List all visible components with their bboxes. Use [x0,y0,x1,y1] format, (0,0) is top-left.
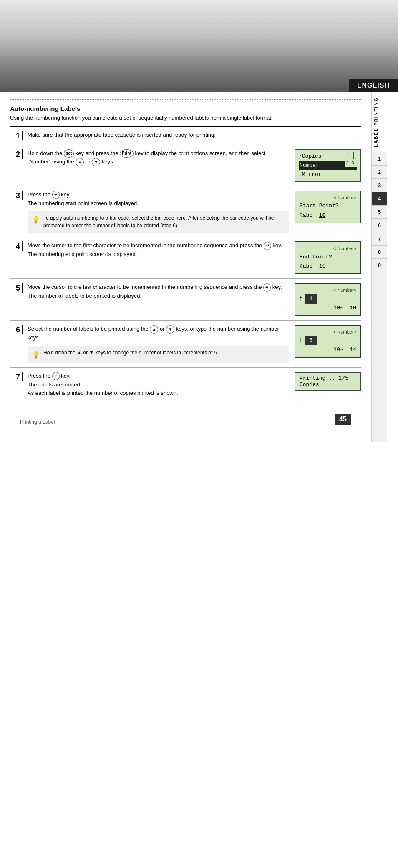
step-number-3: 3 [10,191,23,200]
lcd-number-count-1: < Number> ‡ 1 10~ 10 [295,283,361,316]
dotted-separator [10,99,361,100]
sidebar-num-5[interactable]: 5 [372,206,387,219]
step-row-6: 6 Select the number of labels to be prin… [10,321,361,368]
step-content-3: Press the ↵ key. The numbering start poi… [28,191,361,233]
step-row-1: 1 Make sure that the appropriate tape ca… [10,127,361,145]
icon-1: 1. [345,152,354,159]
step-content-7: Press the ↵ key. The labels are printed.… [28,372,361,398]
step-row-2: 2 Hold down the set key and press the Pr… [10,145,361,186]
step-row-3: 3 Press the ↵ key. The numbering start p… [10,186,361,238]
step-content-2: Hold down the set key and press the Prin… [28,149,361,182]
sidebar-num-6[interactable]: 6 [372,219,387,232]
step-content-1: Make sure that the appropriate tape cass… [28,131,361,140]
lcd-line2-3: ◊abc 10 [300,211,356,220]
step-content-4: Move the cursor to the first character t… [28,241,361,274]
lcd-value-1: 1 [305,294,317,304]
tip-icon-6: 💡 [32,350,40,360]
sidebar-num-4[interactable]: 4 [372,192,387,206]
set-key: set [64,149,74,158]
lcd-value-5: 5 [305,336,317,345]
sidebar-num-7[interactable]: 7 [372,232,387,246]
enter-key-4: ↵ [264,242,271,250]
lcd-start-point: < Number> Start Point? ◊abc 10 [295,191,361,223]
footer-area: Printing a Label 45 [10,406,361,432]
lcd-line1-3: Start Point? [300,201,356,211]
step-number-2: 2 [10,149,23,159]
lcd-line1-4: End Point? [300,253,356,262]
lcd-printing: Printing... 2/5 Copies [295,372,361,391]
sidebar-num-3[interactable]: 3 [372,179,387,192]
step-text-7: Press the ↵ key. The labels are printed.… [28,372,289,398]
step-number-1: 1 [10,131,23,140]
lcd-line2-5: 10~ 10 [300,304,356,313]
menu-mirror: ↓Mirror [299,170,357,179]
tip-box-6: 💡 Hold down the ▲ or ▼ keys to change th… [28,346,289,363]
sidebar-label: LABEL PRINTING [372,92,387,152]
steps-container: 1 Make sure that the appropriate tape ca… [10,127,361,403]
english-badge: ENGLISH [349,79,398,92]
lcd-title-3: < Number> [300,194,356,202]
step-number-6: 6 [10,325,23,334]
lcd-line1-6: ‡ 5 [300,336,356,345]
lcd-end-point: < Number> End Point? ◊abc 10 [295,241,361,274]
up-key-6: ▲ [150,325,158,334]
sidebar-num-8[interactable]: 8 [372,246,387,259]
main-content: Auto-numbering Labels Using the numberin… [0,92,371,442]
lcd-title-5: < Number> [300,286,356,294]
step-text-2: Hold down the set key and press the Prin… [28,149,289,167]
section-title: Auto-numbering Labels [10,105,361,112]
page-number: 45 [335,414,351,425]
up-key: ▲ [76,158,84,166]
step-text-3: Press the ↵ key. The numbering start poi… [28,191,289,233]
tip-icon-3: 💡 [32,215,40,225]
printing-line1: Printing... 2/5 [300,375,356,381]
step-text-5: Move the cursor to the last character to… [28,283,289,301]
step-number-5: 5 [10,283,23,293]
step-image-4: < Number> End Point? ◊abc 10 [295,241,361,274]
lcd-number-count-5: < Number> ‡ 5 10~ 14 [295,325,361,358]
lcd-line1-5: ‡ 1 [300,294,356,304]
step-image-6: < Number> ‡ 5 10~ 14 [295,325,361,358]
tip-text-3: To apply auto-numbering to a bar code, s… [43,214,285,229]
right-sidebar: LABEL PRINTING 1 2 3 4 5 6 7 8 9 [371,92,387,442]
enter-key-3: ↵ [52,191,60,199]
step-image-7: Printing... 2/5 Copies [295,372,361,391]
step-content-6: Select the number of labels to be printe… [28,325,361,363]
lcd-line2-4: ◊abc 10 [300,262,356,271]
lcd-title-4: < Number> [300,245,356,253]
sidebar-num-9[interactable]: 9 [372,259,387,272]
step-image-5: < Number> ‡ 1 10~ 10 [295,283,361,316]
step-row-7: 7 Press the ↵ key. The labels are printe… [10,368,361,402]
step-number-7: 7 [10,372,23,381]
step-image-2: ↑Copies Number ↓Mirror 1. 2.3. [295,149,361,182]
enter-key-5: ↵ [263,283,271,292]
print-key: Print [120,149,134,158]
step-content-5: Move the cursor to the last character to… [28,283,361,316]
down-key-6: ▼ [166,325,174,334]
step-image-3: < Number> Start Point? ◊abc 10 [295,191,361,223]
header-gradient: ENGLISH [0,0,398,92]
lcd-line2-6: 10~ 14 [300,345,356,354]
lcd-title-6: < Number> [300,328,356,336]
sidebar-num-1[interactable]: 1 [372,152,387,166]
footer-text: Printing a Label [20,419,55,425]
step-text-1: Make sure that the appropriate tape cass… [28,131,361,140]
section-intro: Using the numbering function you can cre… [10,114,361,122]
tip-text-6: Hold down the ▲ or ▼ keys to change the … [43,349,218,356]
content-wrapper: Auto-numbering Labels Using the numberin… [0,92,398,442]
step-text-4: Move the cursor to the first character t… [28,241,289,259]
icon-23: 2.3. [345,160,358,167]
lcd-icons: 1. 2.3. [345,152,358,167]
lcd-copies-number-mirror: ↑Copies Number ↓Mirror 1. 2.3. [295,149,361,182]
printing-line2: Copies [300,381,356,388]
tip-box-3: 💡 To apply auto-numbering to a bar code,… [28,211,289,233]
step-number-4: 4 [10,241,23,251]
down-key: ▼ [92,158,100,166]
step-row-4: 4 Move the cursor to the first character… [10,237,361,279]
enter-key-7: ↵ [52,372,60,380]
step-text-6: Select the number of labels to be printe… [28,325,289,363]
sidebar-num-2[interactable]: 2 [372,166,387,179]
step-row-5: 5 Move the cursor to the last character … [10,279,361,321]
